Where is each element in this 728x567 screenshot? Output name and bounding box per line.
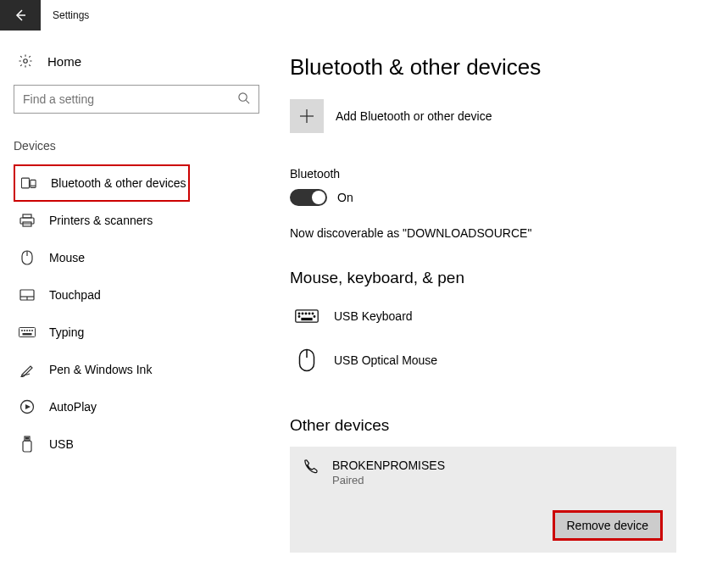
titlebar: Settings (0, 0, 728, 31)
sidebar-item-printers-scanners[interactable]: Printers & scanners (14, 202, 259, 239)
devices-icon (20, 175, 37, 192)
device-name: USB Keyboard (334, 309, 413, 323)
device-row-usb-optical-mouse[interactable]: USB Optical Mouse (290, 343, 694, 387)
back-arrow-icon (14, 8, 27, 22)
svg-point-34 (312, 313, 314, 314)
sidebar: Home Devices Bluetooth & other devices P… (0, 31, 280, 567)
search-input[interactable] (23, 92, 237, 106)
sidebar-item-label: USB (49, 437, 74, 451)
svg-rect-37 (302, 319, 312, 320)
sidebar-item-usb[interactable]: USB (14, 425, 259, 463)
svg-point-17 (26, 330, 27, 331)
home-button[interactable]: Home (14, 47, 280, 85)
mouse-icon (19, 249, 36, 266)
back-button[interactable] (0, 0, 41, 31)
sidebar-item-label: Mouse (49, 251, 85, 264)
add-device-button[interactable]: Add Bluetooth or other device (290, 99, 694, 133)
svg-rect-6 (23, 214, 31, 218)
sidebar-item-typing[interactable]: Typing (14, 314, 259, 351)
keyboard-icon (19, 324, 36, 341)
content-area: Home Devices Bluetooth & other devices P… (0, 31, 728, 567)
svg-rect-20 (23, 334, 31, 336)
section-mouse-keyboard-pen: Mouse, keyboard, & pen (290, 269, 694, 287)
add-device-label: Add Bluetooth or other device (336, 109, 492, 123)
other-device-selected[interactable]: BROKENPROMISES Paired Remove device (290, 447, 676, 553)
svg-point-36 (314, 316, 315, 318)
mouse-icon (295, 348, 319, 372)
bluetooth-toggle-row: On (290, 189, 694, 206)
sidebar-item-label: Printers & scanners (49, 214, 153, 227)
touchpad-icon (19, 286, 36, 303)
selected-device-status: Paired (332, 474, 445, 486)
svg-point-18 (29, 330, 30, 331)
svg-point-16 (24, 330, 25, 331)
phone-icon (302, 459, 319, 475)
svg-rect-24 (23, 441, 31, 452)
svg-point-31 (302, 313, 303, 314)
main-panel: Bluetooth & other devices Add Bluetooth … (280, 31, 728, 567)
sidebar-item-bluetooth-other-devices[interactable]: Bluetooth & other devices (14, 164, 190, 202)
svg-point-0 (24, 59, 28, 64)
autoplay-icon (19, 398, 36, 415)
sidebar-item-autoplay[interactable]: AutoPlay (14, 388, 259, 425)
discoverable-text: Now discoverable as "DOWNLOADSOURCE" (290, 226, 694, 240)
svg-point-30 (298, 313, 300, 314)
svg-line-2 (246, 100, 249, 103)
sidebar-item-label: Pen & Windows Ink (49, 363, 152, 376)
bluetooth-toggle[interactable] (290, 189, 327, 206)
printer-icon (19, 212, 36, 229)
gear-icon (17, 53, 34, 69)
page-title: Bluetooth & other devices (290, 54, 694, 81)
sidebar-section-title: Devices (14, 139, 280, 153)
selected-device-name: BROKENPROMISES (332, 459, 445, 472)
toggle-state-label: On (337, 191, 353, 204)
device-row-usb-keyboard[interactable]: USB Keyboard (290, 299, 694, 343)
device-name: USB Optical Mouse (334, 353, 437, 367)
svg-point-15 (21, 330, 22, 331)
sidebar-item-label: Typing (49, 325, 84, 339)
window-title: Settings (53, 9, 89, 21)
svg-rect-26 (28, 438, 29, 440)
plus-icon (290, 99, 324, 133)
svg-marker-22 (25, 404, 31, 409)
sidebar-item-pen-windows-ink[interactable]: Pen & Windows Ink (14, 351, 259, 388)
svg-point-1 (239, 93, 247, 101)
svg-point-19 (31, 330, 32, 331)
svg-rect-4 (31, 180, 36, 187)
search-box[interactable] (14, 85, 259, 114)
sidebar-item-touchpad[interactable]: Touchpad (14, 276, 259, 314)
svg-point-35 (298, 316, 300, 318)
svg-point-32 (305, 313, 307, 314)
svg-point-33 (308, 313, 310, 314)
bluetooth-section-label: Bluetooth (290, 167, 694, 181)
section-other-devices: Other devices (290, 416, 694, 435)
remove-device-button[interactable]: Remove device (553, 510, 664, 541)
sidebar-item-label: Bluetooth & other devices (51, 176, 186, 190)
svg-rect-25 (26, 438, 27, 440)
svg-rect-14 (19, 328, 36, 337)
sidebar-item-label: AutoPlay (49, 400, 97, 414)
keyboard-icon (295, 304, 319, 328)
home-label: Home (47, 54, 81, 69)
usb-icon (19, 436, 36, 453)
sidebar-item-mouse[interactable]: Mouse (14, 239, 259, 276)
svg-rect-3 (21, 178, 29, 188)
pen-icon (19, 361, 36, 378)
sidebar-item-label: Touchpad (49, 288, 101, 302)
search-icon (237, 92, 250, 107)
